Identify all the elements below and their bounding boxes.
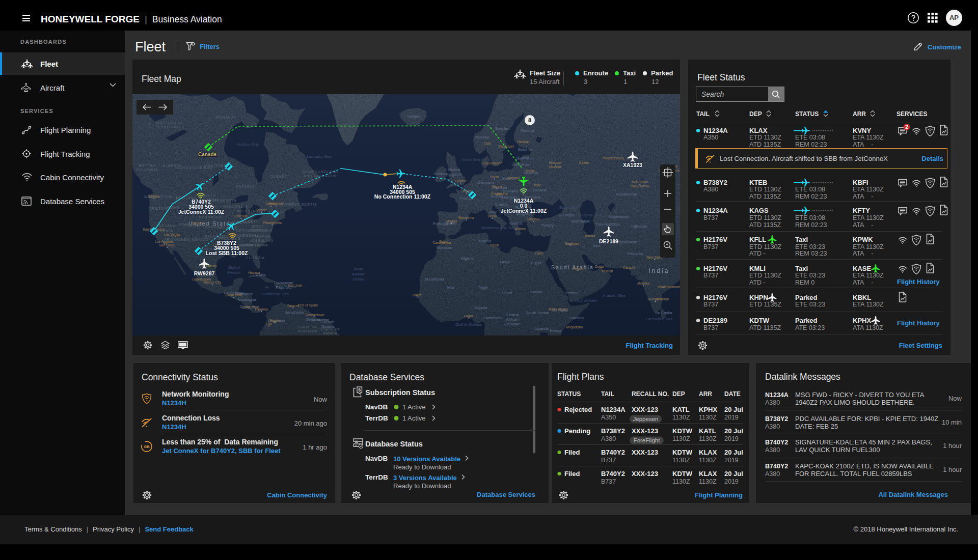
- svg-text:NEW MEXICO: NEW MEXICO: [181, 238, 209, 241]
- svg-text:Venezuela: Venezuela: [285, 310, 304, 315]
- svg-text:B738Y2: B738Y2: [765, 415, 788, 423]
- svg-text:2: 2: [905, 124, 908, 130]
- svg-text:Hudson Bay: Hudson Bay: [236, 142, 259, 147]
- svg-text:12: 12: [651, 78, 659, 86]
- svg-text:Now: Now: [948, 395, 962, 402]
- svg-text:Parked: Parked: [795, 294, 817, 301]
- svg-text:Mogadishu: Mogadishu: [566, 325, 583, 329]
- svg-text:ETA 1130Z: ETA 1130Z: [853, 186, 884, 193]
- svg-text:Pakistan: Pakistan: [628, 251, 643, 256]
- svg-text:LAV QUICK TURN FUEL300: LAV QUICK TURN FUEL300: [795, 446, 880, 454]
- svg-text:1130Z: 1130Z: [672, 435, 690, 442]
- svg-text:SIGNATURE-KDAL:ETA 45 MIN 2 PA: SIGNATURE-KDAL:ETA 45 MIN 2 PAX BAGS,: [795, 438, 932, 446]
- svg-text:Chennai: Chennai: [656, 297, 669, 301]
- svg-text:ETD 1130Z: ETD 1130Z: [749, 272, 781, 279]
- svg-text:Algeria: Algeria: [461, 256, 474, 261]
- svg-text:ETA 1130Z: ETA 1130Z: [853, 243, 884, 250]
- svg-text:REM 02:23: REM 02:23: [795, 141, 827, 148]
- svg-text:DE2189: DE2189: [703, 317, 727, 324]
- svg-text:Barcelona: Barcelona: [458, 216, 474, 219]
- svg-text:Montreal: Montreal: [269, 202, 283, 205]
- svg-text:DEP: DEP: [672, 390, 685, 398]
- svg-text:N1234A: N1234A: [765, 391, 789, 399]
- svg-text:B737: B737: [703, 214, 718, 221]
- svg-text:Taxi: Taxi: [795, 265, 808, 272]
- svg-text:WISCONSIN: WISCONSIN: [223, 205, 248, 208]
- svg-text:XXX-123: XXX-123: [632, 406, 658, 413]
- svg-text:NEWFOUNDLANDAND LABRADOR: NEWFOUNDLANDAND LABRADOR: [303, 170, 338, 178]
- svg-text:2019: 2019: [724, 435, 739, 442]
- svg-text:Sudan: Sudan: [530, 290, 542, 294]
- svg-text:1130Z: 1130Z: [672, 457, 690, 464]
- svg-text:B737: B737: [703, 272, 718, 279]
- svg-text:Laccadive Sea: Laccadive Sea: [646, 317, 673, 321]
- svg-text:DATE: DATE: [724, 390, 741, 398]
- svg-text:No Connection 11:00Z: No Connection 11:00Z: [374, 193, 431, 200]
- svg-text:Warsaw: Warsaw: [507, 176, 520, 180]
- svg-text:North Sea: North Sea: [461, 157, 480, 162]
- svg-text:2019: 2019: [724, 414, 739, 421]
- svg-text:KLAX: KLAX: [699, 470, 717, 478]
- svg-text:ETA 1130Z: ETA 1130Z: [853, 214, 884, 221]
- svg-text:Prague: Prague: [491, 192, 502, 196]
- svg-text:ATA 1130Z: ATA 1130Z: [853, 324, 883, 331]
- svg-text:1 hour: 1 hour: [943, 466, 962, 473]
- svg-text:FLORIDA: FLORIDA: [247, 256, 265, 260]
- svg-text:2019: 2019: [724, 457, 739, 464]
- svg-text:Norway: Norway: [475, 135, 489, 139]
- svg-text:NavDB: NavDB: [365, 403, 388, 411]
- svg-text:Jeppesen: Jeppesen: [633, 416, 659, 422]
- svg-text:BRITISHCOLUMBIA: BRITISHCOLUMBIA: [136, 164, 158, 172]
- svg-text:Baghdad: Baghdad: [565, 242, 579, 246]
- svg-text:Nigeria: Nigeria: [474, 305, 487, 310]
- svg-text:Uzbekistan: Uzbekistan: [609, 214, 629, 219]
- svg-text:KHPN: KHPN: [749, 294, 768, 301]
- svg-text:MoscowМосква: MoscowМосква: [549, 161, 561, 169]
- svg-text:KBFI: KBFI: [853, 179, 868, 186]
- svg-text:ETD 1130Z: ETD 1130Z: [749, 134, 781, 141]
- svg-text:KDTW: KDTW: [749, 317, 770, 324]
- svg-text:ETE 03:23: ETE 03:23: [795, 272, 825, 279]
- svg-text:XXX-123: XXX-123: [632, 427, 658, 435]
- svg-text:Denver: Denver: [192, 221, 204, 225]
- svg-text:A350: A350: [703, 134, 718, 141]
- svg-text:OHIO: OHIO: [248, 219, 258, 223]
- svg-text:Taxi: Taxi: [795, 236, 808, 243]
- svg-text:Guadalajara: Guadalajara: [192, 277, 211, 282]
- svg-text:Havana: Havana: [248, 271, 260, 274]
- svg-text:Tehran: Tehran: [584, 234, 595, 238]
- svg-text:Flight History: Flight History: [897, 319, 940, 327]
- svg-text:B740Y2: B740Y2: [765, 439, 788, 446]
- svg-text:B737: B737: [703, 324, 718, 331]
- svg-text:KAGS: KAGS: [749, 207, 769, 214]
- svg-text:1 Active: 1 Active: [402, 414, 426, 422]
- svg-text:Sweden: Sweden: [495, 126, 509, 131]
- svg-text:South Sudan: South Sudan: [526, 311, 549, 315]
- svg-text:A380: A380: [703, 186, 718, 193]
- svg-text:Muscat: Muscat: [602, 269, 613, 273]
- svg-text:DATE: FEB 25: DATE: FEB 25: [795, 423, 838, 430]
- svg-text:OREGON: OREGON: [149, 207, 167, 210]
- svg-text:Labrador Sea: Labrador Sea: [307, 154, 332, 159]
- svg-text:Istanbul: Istanbul: [527, 217, 539, 221]
- svg-text:Tunisia: Tunisia: [478, 239, 492, 243]
- svg-text:JetConneX 11:00Z: JetConneX 11:00Z: [501, 208, 547, 214]
- svg-text:Rejected: Rejected: [564, 406, 592, 413]
- svg-text:1: 1: [623, 78, 627, 86]
- svg-text:REM 02:23: REM 02:23: [795, 221, 827, 229]
- svg-text:KTEB: KTEB: [749, 179, 767, 186]
- svg-text:XXX-123: XXX-123: [632, 449, 658, 456]
- svg-text:H2176V: H2176V: [703, 236, 727, 243]
- svg-text:Kazan: Kazan: [579, 161, 589, 164]
- svg-text:B737: B737: [601, 457, 616, 464]
- svg-text:N1234A: N1234A: [703, 127, 728, 134]
- svg-text:Sri Lanka: Sri Lanka: [655, 311, 672, 315]
- svg-text:Enroute: Enroute: [583, 69, 608, 77]
- svg-text:Gulf of Aden: Gulf of Aden: [575, 298, 598, 303]
- svg-text:1130Z: 1130Z: [699, 435, 717, 442]
- svg-text:MINNESOTA: MINNESOTA: [212, 199, 237, 202]
- svg-text:Addis Ababa: Addis Ababa: [549, 307, 568, 311]
- svg-text:JetConneX 11:00Z: JetConneX 11:00Z: [178, 209, 225, 215]
- svg-text:Finland: Finland: [521, 128, 534, 133]
- svg-text:NEBRASKA: NEBRASKA: [199, 215, 222, 219]
